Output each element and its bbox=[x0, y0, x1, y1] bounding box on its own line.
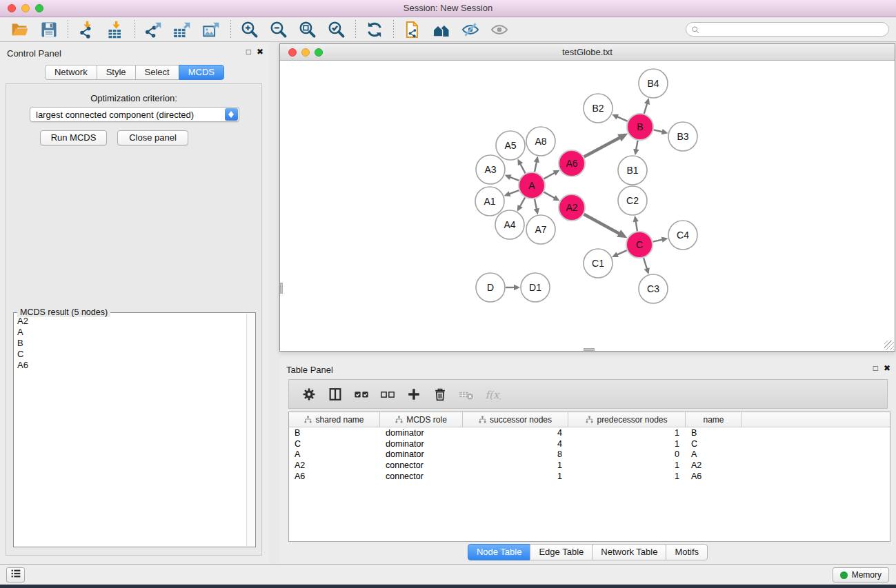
table-row[interactable]: A6connector11A6 bbox=[289, 471, 890, 482]
graph-edge-A6-B[interactable] bbox=[584, 137, 621, 156]
zoom-fit-icon[interactable] bbox=[297, 19, 318, 40]
graph-edge-B-B4[interactable] bbox=[644, 103, 648, 114]
cell-MCDS-role[interactable]: connector bbox=[380, 472, 463, 481]
graph-node-C3[interactable]: C3 bbox=[639, 274, 668, 303]
open-file-icon[interactable] bbox=[10, 19, 30, 40]
cell-MCDS-role[interactable]: connector bbox=[380, 460, 463, 470]
refresh-icon[interactable] bbox=[364, 19, 385, 40]
column-header-successor-nodes[interactable]: successor nodes bbox=[463, 412, 568, 427]
zoom-out-icon[interactable] bbox=[268, 19, 289, 40]
cell-MCDS-role[interactable]: dominator bbox=[380, 439, 463, 449]
cell-successor-nodes[interactable]: 1 bbox=[463, 460, 568, 470]
cell-successor-nodes[interactable]: 1 bbox=[463, 472, 568, 481]
graph-edge-A-A1[interactable] bbox=[509, 190, 519, 194]
cell-MCDS-role[interactable]: dominator bbox=[380, 449, 463, 459]
float-panel-icon[interactable]: □ bbox=[246, 47, 251, 57]
graph-node-C2[interactable]: C2 bbox=[618, 186, 647, 215]
graph-edge-C-C3[interactable] bbox=[644, 258, 647, 270]
bottom-edge-grip[interactable] bbox=[584, 348, 595, 351]
cell-name[interactable]: B bbox=[686, 428, 742, 438]
graph-edge-A-A3[interactable] bbox=[510, 177, 519, 181]
graph-node-C1[interactable]: C1 bbox=[584, 249, 613, 278]
export-image-icon[interactable] bbox=[201, 19, 222, 40]
graph-edge-C-C4[interactable] bbox=[653, 239, 664, 241]
cell-predecessor-nodes[interactable]: 1 bbox=[568, 439, 686, 449]
graph-node-A8[interactable]: A8 bbox=[526, 127, 555, 156]
mcds-result-list[interactable]: A2ABCA6 bbox=[15, 316, 246, 545]
graph-node-A2[interactable]: A2 bbox=[559, 194, 585, 221]
cell-shared-name[interactable]: A6 bbox=[289, 472, 380, 481]
graph-node-A6[interactable]: A6 bbox=[559, 150, 585, 176]
graph-node-A3[interactable]: A3 bbox=[476, 155, 505, 184]
graph-edge-A-A5[interactable] bbox=[520, 163, 526, 173]
column-header-predecessor-nodes[interactable]: predecessor nodes bbox=[568, 412, 686, 427]
column-header-shared-name[interactable]: shared name bbox=[289, 412, 380, 427]
show-panels-list-button[interactable] bbox=[6, 567, 25, 582]
table-options-gear-icon[interactable] bbox=[301, 386, 317, 403]
tab-node-table[interactable]: Node Table bbox=[468, 544, 531, 560]
run-mcds-button[interactable]: Run MCDS bbox=[40, 130, 107, 145]
graph-node-B4[interactable]: B4 bbox=[639, 69, 668, 98]
graph-node-B1[interactable]: B1 bbox=[618, 156, 647, 185]
graph-edge-A2-C[interactable] bbox=[584, 214, 620, 234]
new-network-from-selection-icon[interactable] bbox=[402, 19, 423, 40]
graph-edge-A-A4[interactable] bbox=[519, 197, 525, 207]
result-item[interactable]: B bbox=[15, 338, 246, 349]
graph-edge-C-C2[interactable] bbox=[636, 221, 637, 231]
zoom-selected-icon[interactable] bbox=[326, 19, 347, 40]
tab-network[interactable]: Network bbox=[45, 65, 97, 80]
result-list-scrollbar[interactable] bbox=[246, 314, 255, 546]
show-columns-icon[interactable] bbox=[327, 386, 344, 403]
close-panel-icon[interactable]: ✖ bbox=[257, 47, 263, 57]
close-panel-button[interactable]: Close panel bbox=[117, 130, 188, 145]
create-column-icon[interactable] bbox=[406, 386, 422, 403]
import-network-icon[interactable] bbox=[77, 19, 97, 40]
tab-edge-table[interactable]: Edge Table bbox=[530, 544, 593, 560]
result-item[interactable]: C bbox=[15, 349, 246, 360]
column-header-name[interactable]: name bbox=[686, 412, 742, 427]
column-header-MCDS-role[interactable]: MCDS role bbox=[380, 412, 463, 427]
graph-node-A5[interactable]: A5 bbox=[496, 131, 525, 160]
import-table-icon[interactable] bbox=[106, 19, 126, 40]
cell-successor-nodes[interactable]: 4 bbox=[463, 428, 568, 438]
graph-node-B[interactable]: B bbox=[627, 114, 653, 140]
table-row[interactable]: Cdominator41C bbox=[289, 438, 890, 449]
tab-select[interactable]: Select bbox=[135, 65, 179, 80]
cell-name[interactable]: A bbox=[686, 449, 742, 459]
graph-edge-B-B2[interactable] bbox=[617, 116, 628, 121]
graph-node-A[interactable]: A bbox=[519, 172, 545, 199]
graph-edge-A-A8[interactable] bbox=[535, 161, 537, 172]
unselect-all-columns-icon[interactable] bbox=[379, 386, 396, 403]
cell-name[interactable]: A2 bbox=[686, 460, 742, 470]
cell-name[interactable]: C bbox=[686, 439, 742, 449]
cell-successor-nodes[interactable]: 8 bbox=[463, 449, 568, 459]
table-close-panel-icon[interactable]: ✖ bbox=[884, 363, 890, 373]
graph-node-B3[interactable]: B3 bbox=[668, 122, 697, 151]
graph-edge-B-B3[interactable] bbox=[654, 130, 664, 132]
graph-node-C[interactable]: C bbox=[626, 232, 653, 258]
save-session-icon[interactable] bbox=[39, 19, 59, 40]
graph-node-A7[interactable]: A7 bbox=[526, 215, 555, 244]
tab-style[interactable]: Style bbox=[97, 65, 136, 80]
network-canvas[interactable]: B4B2BB3B1A5A8A6A3AA1A2A4A7C2C4CC1C3DD1 bbox=[280, 61, 895, 351]
table-float-panel-icon[interactable]: □ bbox=[873, 363, 878, 373]
graph-edge-A-A7[interactable] bbox=[535, 199, 537, 210]
export-table-icon[interactable] bbox=[172, 19, 193, 40]
cell-MCDS-role[interactable]: dominator bbox=[380, 428, 463, 438]
cell-name[interactable]: A6 bbox=[686, 472, 742, 481]
result-item[interactable]: A bbox=[15, 327, 246, 338]
table-row[interactable]: Adominator80A bbox=[289, 449, 890, 460]
show-all-icon[interactable] bbox=[489, 19, 510, 40]
table-row[interactable]: A2connector11A2 bbox=[289, 460, 890, 471]
graph-node-A4[interactable]: A4 bbox=[495, 210, 524, 239]
export-network-icon[interactable] bbox=[143, 19, 164, 40]
zoom-in-icon[interactable] bbox=[239, 19, 260, 40]
first-neighbors-icon[interactable] bbox=[431, 19, 452, 40]
cell-successor-nodes[interactable]: 4 bbox=[463, 439, 568, 449]
search-box[interactable] bbox=[686, 22, 889, 37]
tab-motifs[interactable]: Motifs bbox=[666, 544, 708, 560]
cell-predecessor-nodes[interactable]: 0 bbox=[568, 449, 686, 459]
window-resize-grip[interactable] bbox=[884, 341, 894, 350]
graph-node-D[interactable]: D bbox=[476, 273, 505, 302]
delete-rows-icon[interactable] bbox=[432, 386, 448, 403]
